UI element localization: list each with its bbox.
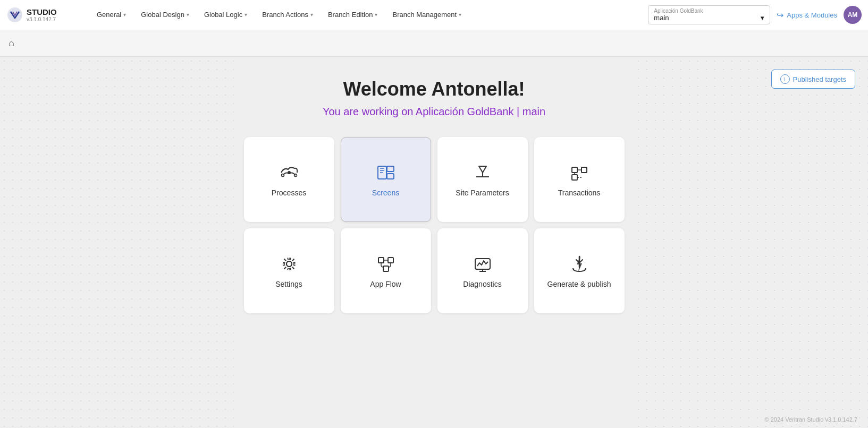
svg-rect-8 [387, 166, 394, 172]
veritran-logo-icon [6, 6, 23, 23]
generate-publish-label: Generate & publish [547, 280, 611, 288]
card-app-flow[interactable]: App Flow [341, 228, 431, 313]
svg-rect-18 [378, 258, 384, 263]
card-transactions[interactable]: Transactions [534, 137, 625, 222]
chevron-down-icon: ▾ [123, 12, 126, 18]
nav-global-design[interactable]: Global Design ▾ [133, 0, 197, 30]
svg-point-17 [286, 261, 292, 267]
nav-branch-edition[interactable]: Branch Edition ▾ [321, 0, 385, 30]
app-flow-icon [375, 253, 397, 275]
nav-branch-actions[interactable]: Branch Actions ▾ [255, 0, 321, 30]
app-selector-value: main ▾ [654, 14, 764, 22]
welcome-subtitle: You are working on Aplicación GoldBank |… [323, 106, 545, 118]
card-generate-publish[interactable]: Generate & publish [534, 228, 625, 313]
nav-items: General ▾ Global Design ▾ Global Logic ▾… [89, 0, 648, 30]
info-circle-icon: i [780, 74, 790, 84]
chevron-down-icon: ▾ [310, 12, 313, 18]
screens-icon [375, 162, 397, 183]
transactions-icon [569, 162, 590, 183]
cards-grid: Processes Screens [244, 137, 625, 313]
card-screens[interactable]: Screens [341, 137, 431, 222]
navbar-right: Aplicación GoldBank main ▾ ↪ Apps & Modu… [648, 5, 862, 24]
published-targets-button[interactable]: i Published targets [771, 70, 855, 89]
logo: STUDIO v3.1.0.142.7 [6, 6, 81, 23]
diagnostics-label: Diagnostics [463, 280, 501, 288]
svg-rect-10 [572, 167, 577, 173]
svg-rect-20 [383, 266, 389, 271]
main-content: i Published targets Welcome Antonella! Y… [0, 57, 868, 428]
chevron-down-icon: ▾ [187, 12, 189, 18]
card-site-parameters[interactable]: Site Parameters [437, 137, 528, 222]
studio-label: STUDIO [27, 7, 57, 16]
user-avatar[interactable]: AM [844, 6, 862, 24]
nav-branch-management[interactable]: Branch Management ▾ [385, 0, 469, 30]
home-icon[interactable]: ⌂ [9, 38, 14, 49]
version-label: v3.1.0.142.7 [27, 16, 57, 22]
svg-rect-9 [387, 174, 394, 179]
processes-label: Processes [272, 189, 306, 197]
transactions-label: Transactions [558, 189, 601, 197]
sign-in-icon: ↪ [777, 10, 783, 20]
dot-pattern-left [0, 57, 234, 428]
svg-rect-12 [572, 175, 577, 180]
chevron-down-icon: ▾ [245, 12, 247, 18]
generate-publish-icon [569, 253, 590, 275]
apps-modules-button[interactable]: ↪ Apps & Modules [777, 10, 837, 20]
secondary-bar: ⌂ [0, 30, 868, 57]
site-parameters-label: Site Parameters [456, 189, 509, 197]
site-params-icon [472, 162, 493, 183]
app-selector-label: Aplicación GoldBank [654, 8, 764, 14]
nav-global-logic[interactable]: Global Logic ▾ [197, 0, 255, 30]
navbar: STUDIO v3.1.0.142.7 General ▾ Global Des… [0, 0, 868, 30]
nav-general[interactable]: General ▾ [89, 0, 133, 30]
app-selector[interactable]: Aplicación GoldBank main ▾ [648, 5, 770, 24]
card-processes[interactable]: Processes [244, 137, 334, 222]
settings-icon [279, 253, 300, 275]
chevron-down-icon: ▾ [459, 12, 461, 18]
chevron-down-icon: ▾ [375, 12, 377, 18]
svg-rect-11 [582, 167, 587, 173]
dot-pattern-right [634, 57, 868, 428]
svg-rect-19 [388, 258, 393, 263]
welcome-title: Welcome Antonella! [343, 78, 525, 100]
app-flow-label: App Flow [370, 280, 401, 288]
settings-label: Settings [275, 280, 302, 288]
diagnostics-icon [472, 253, 493, 275]
welcome-section: Welcome Antonella! You are working on Ap… [244, 78, 625, 313]
process-icon [279, 162, 300, 183]
card-settings[interactable]: Settings [244, 228, 334, 313]
screens-label: Screens [372, 189, 399, 197]
card-diagnostics[interactable]: Diagnostics [437, 228, 528, 313]
chevron-down-icon: ▾ [761, 14, 764, 22]
footer: © 2024 Veritran Studio v3.1.0.142.7 [765, 416, 857, 423]
